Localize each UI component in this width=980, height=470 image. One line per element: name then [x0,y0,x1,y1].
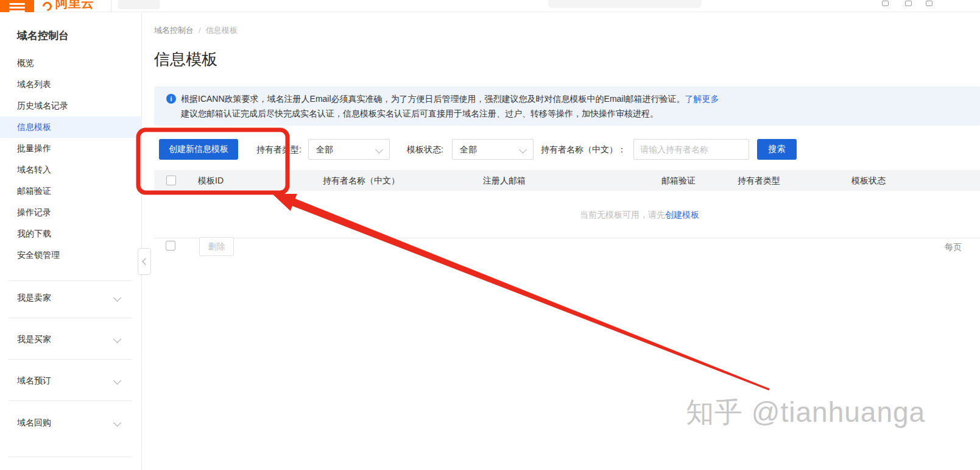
sidebar-group-seller[interactable]: 我是卖家 [0,287,142,308]
sidebar-item-my-downloads[interactable]: 我的下载 [0,223,142,244]
template-status-label: 模板状态: [407,144,443,155]
col-holder-type: 持有者类型 [738,176,780,187]
sidebar-group-domain-buyback[interactable]: 域名回购 [0,411,142,433]
sidebar-item-domain-list[interactable]: 域名列表 [0,74,142,95]
page-title: 信息模板 [154,49,217,70]
holder-name-label: 持有者名称（中文）： [541,144,626,155]
breadcrumb: 域名控制台/信息模板 [154,25,238,36]
sidebar-nav: 概览 域名列表 历史域名记录 信息模板 批量操作 域名转入 邮箱验证 操作记录 … [0,52,142,266]
sidebar-item-batch-ops[interactable]: 批量操作 [0,138,142,159]
breadcrumb-root[interactable]: 域名控制台 [154,26,194,35]
sidebar-divider [9,457,132,457]
create-template-link[interactable]: 创建模板 [665,210,699,219]
sidebar-item-history[interactable]: 历史域名记录 [0,95,142,116]
topbar-icon-1[interactable] [882,1,889,6]
table-header: 模板ID 持有者名称（中文） 注册人邮箱 邮箱验证 持有者类型 模板状态 [154,170,980,191]
empty-text: 当前无模板可用，请先 [580,210,665,219]
sidebar-group-buyer[interactable]: 我是买家 [0,328,142,350]
aliyun-logo-icon [43,0,54,12]
annotation-arrowhead-icon [272,194,297,211]
sidebar-divider [9,401,132,401]
sidebar-group-domain-reserve[interactable]: 域名预订 [0,369,142,391]
breadcrumb-current: 信息模板 [206,26,238,35]
page-size-label: 每页 [945,242,964,253]
chevron-down-icon [113,377,121,385]
info-icon: i [166,94,176,104]
empty-state: 当前无模板可用，请先创建模板 [426,210,853,221]
chevron-down-icon [375,146,383,154]
col-template-status: 模板状态 [851,176,886,187]
annotation-arrow-line [291,198,770,391]
create-template-button[interactable]: 创建新信息模板 [159,139,238,160]
page-root: 阿里云 域名控制台 概览 域名列表 历史域名记录 信息模板 批量操作 域名转入 … [0,0,980,470]
sidebar-item-security-lock[interactable]: 安全锁管理 [0,244,142,266]
chevron-down-icon [113,335,121,343]
sidebar-item-operation-log[interactable]: 操作记录 [0,202,142,223]
topbar-icon-2[interactable] [905,1,912,6]
holder-name-input[interactable] [633,139,749,160]
hamburger-menu-icon[interactable] [0,0,34,12]
aliyun-logo[interactable]: 阿里云 [43,0,94,12]
table-bottom-border [154,238,980,238]
topbar-search-input[interactable] [548,0,702,8]
sidebar-item-domain-transfer-in[interactable]: 域名转入 [0,159,142,180]
col-template-id: 模板ID [198,176,224,187]
aliyun-logo-text: 阿里云 [55,0,94,10]
template-status-select[interactable]: 全部 [452,139,534,160]
breadcrumb-separator: / [199,26,201,35]
sidebar: 域名控制台 概览 域名列表 历史域名记录 信息模板 批量操作 域名转入 邮箱验证… [0,13,142,470]
search-button[interactable]: 搜索 [757,139,797,160]
col-registrant-email: 注册人邮箱 [483,176,526,187]
col-email-verification: 邮箱验证 [661,176,696,187]
footer-select-all-checkbox[interactable] [166,241,175,251]
banner-text: 根据ICANN政策要求，域名注册人Email必须真实准确，为了方便日后管理使用，… [181,91,719,121]
banner-line1: 根据ICANN政策要求，域名注册人Email必须真实准确，为了方便日后管理使用，… [181,94,685,104]
watermark: 知乎 @tianhuanga [686,394,925,432]
chevron-down-icon [113,419,121,427]
sidebar-divider [9,318,132,318]
topbar-menu-stub[interactable] [118,0,160,9]
topbar-icon-3[interactable] [926,1,932,6]
sidebar-item-email-verify[interactable]: 邮箱验证 [0,180,142,202]
sidebar-item-info-template[interactable]: 信息模板 [0,116,142,138]
sidebar-divider [9,359,132,360]
chevron-down-icon [519,146,527,154]
sidebar-divider [9,280,132,281]
info-banner: i 根据ICANN政策要求，域名注册人Email必须真实准确，为了方便日后管理使… [154,87,980,126]
delete-button[interactable]: 删除 [199,237,234,256]
banner-line2: 建议您邮箱认证完成后尽快完成实名认证，信息模板实名认证后可直接用于域名注册、过户… [181,109,658,118]
holder-type-label: 持有者类型: [256,144,301,155]
col-holder-name: 持有者名称（中文） [323,176,400,187]
topbar: 阿里云 [0,0,980,12]
chevron-down-icon [113,294,121,302]
select-all-checkbox[interactable] [166,176,176,185]
sidebar-title: 域名控制台 [17,29,69,43]
topbar-divider [111,0,111,12]
chevron-left-icon [142,258,149,265]
holder-type-select[interactable]: 全部 [308,139,390,160]
learn-more-link[interactable]: 了解更多 [685,94,719,104]
sidebar-collapse-button[interactable] [138,248,151,275]
sidebar-item-overview[interactable]: 概览 [0,52,142,74]
